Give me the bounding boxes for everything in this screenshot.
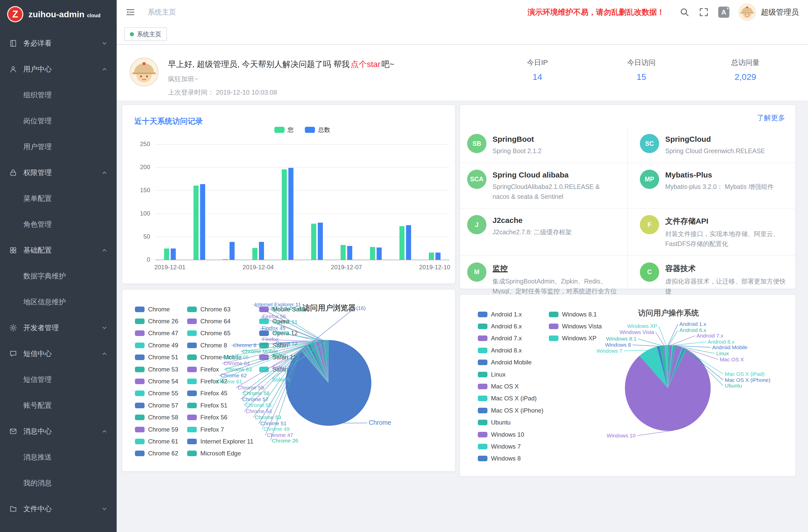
fullscreen-icon[interactable] [699, 7, 709, 17]
sidebar-subitem[interactable]: 数据字典维护 [0, 263, 117, 289]
bar-group [390, 144, 420, 260]
bar [341, 245, 346, 260]
pie-callout-label: Android 1.x [679, 321, 706, 327]
bar-group [332, 144, 361, 260]
tech-title: SpringBoot [493, 135, 541, 144]
chevron-down-icon [102, 40, 108, 47]
message-icon [9, 427, 17, 435]
tech-title: SpringCloud [665, 135, 765, 144]
pie-callout-label: Ubuntu [725, 383, 742, 388]
sidebar-subitem[interactable]: 我的消息 [0, 470, 117, 496]
username[interactable]: 超级管理员 [761, 7, 799, 18]
pie-callout-line [656, 332, 664, 345]
sidebar-item-developer[interactable]: 开发者管理 [0, 315, 117, 341]
stat-value: 2,029 [693, 72, 797, 82]
stat-label: 今日访问 [589, 58, 693, 68]
sidebar-item-label: 用户中心 [23, 65, 52, 74]
sidebar-collapse-icon[interactable] [125, 7, 135, 17]
sidebar-subitem[interactable]: 岗位管理 [0, 108, 117, 134]
sidebar-item-permission[interactable]: 权限管理 [0, 160, 117, 186]
sidebar-subitem[interactable]: 短信管理 [0, 367, 117, 392]
sidebar-item-label: 短信中心 [23, 349, 52, 359]
folder-icon [9, 505, 17, 513]
stat: 总访问量2,029 [693, 58, 797, 82]
chevron-down-icon [102, 66, 108, 72]
layers-icon [9, 246, 17, 254]
sidebar-item-must-read[interactable]: 务必详看 [0, 31, 117, 56]
chevron-down-icon [102, 351, 108, 357]
bar [282, 169, 287, 260]
pie-callout-label: Safari 9 [272, 377, 290, 382]
topbar: 系统主页 演示环境维护不易，请勿乱删乱改数据！ A+ 超级管理员 [117, 0, 808, 24]
last-login: 上次登录时间： 2019-12-10 10:03:08 [168, 88, 394, 97]
chevron-down-icon [102, 325, 108, 331]
logo[interactable]: Z zuihou-admincloud [0, 0, 117, 29]
user-avatar[interactable] [738, 3, 756, 21]
bar-legend: 您总数 [274, 126, 330, 134]
page-content: 早上好, 超级管理员, 今天帮别人解决问题了吗 帮我点个star吧~ 疯狂加班~… [117, 44, 808, 532]
sidebar-subitem[interactable]: 用户管理 [0, 134, 117, 160]
stat-label: 今日IP [485, 58, 589, 68]
pie-callout-label: (16) [356, 305, 366, 311]
greeting-subtitle: 疯狂加班~ [168, 75, 394, 84]
stat-value: 15 [589, 72, 693, 82]
os-pie-chart[interactable]: Android 1.xAndroid 6.xAndroid 7.xAndroid… [460, 295, 795, 476]
pie-callout-label: Windows 8 [605, 342, 631, 348]
pie-callout-label: Chrome 54 [246, 408, 272, 414]
tech-badge-icon: F [640, 215, 659, 234]
browser-pie-chart[interactable]: Internet Explorer 11Microsoft Edge(16)Fi… [122, 290, 455, 471]
sidebar-menu: 务必详看用户中心组织管理岗位管理用户管理权限管理菜单配置角色管理基础配置数据字典… [0, 29, 117, 522]
tab-active-dot [130, 32, 134, 36]
pie-callout-line [632, 345, 658, 346]
sidebar-subitem[interactable]: 菜单配置 [0, 186, 117, 212]
bar-group [243, 144, 273, 260]
user-icon [9, 65, 17, 73]
sidebar-item-user-center[interactable]: 用户中心 [0, 56, 117, 82]
bar [223, 259, 228, 260]
bar-group [273, 144, 302, 260]
bar-group [214, 144, 243, 260]
pie-callout-line [659, 326, 666, 345]
bar [406, 225, 411, 260]
sidebar-subitem[interactable]: 角色管理 [0, 212, 117, 237]
sidebar-item-file-center[interactable]: 文件中心 [0, 496, 117, 522]
tech-title: Spring Cloud alibaba [493, 171, 618, 179]
pie-callout-label: Chrome 8 [233, 342, 256, 348]
sidebar-subitem[interactable]: 组织管理 [0, 82, 117, 108]
legend-item[interactable]: 您 [274, 126, 294, 134]
sidebar-subitem[interactable]: 消息推送 [0, 444, 117, 470]
learn-more-link[interactable]: 了解更多 [757, 113, 785, 123]
tech-desc: J2cache2.7.8: 二级缓存框架 [493, 227, 572, 237]
pie-callout-line [637, 430, 674, 435]
sms-icon [9, 350, 17, 358]
stat: 今日IP14 [485, 58, 589, 82]
tech-title: 文件存储API [665, 216, 786, 226]
book-icon [9, 39, 17, 48]
pie-callout-label: Android 7.x [696, 333, 723, 338]
pie-callout-label: Windows 8.1 [606, 336, 637, 342]
sidebar-item-basic-config[interactable]: 基础配置 [0, 237, 117, 263]
pie-callout-label: Firefox 56 [262, 313, 286, 319]
sidebar-item-sms-center[interactable]: 短信中心 [0, 341, 117, 367]
sidebar-subitem[interactable]: 地区信息维护 [0, 289, 117, 315]
star-link[interactable]: 点个star [350, 60, 380, 69]
tab-home[interactable]: 系统主页 [124, 27, 167, 41]
sidebar-subitem[interactable]: 账号配置 [0, 392, 117, 418]
legend-item[interactable]: 总数 [305, 126, 330, 134]
bar-group [155, 144, 185, 260]
bar [429, 253, 434, 260]
bar [171, 249, 176, 260]
search-icon[interactable] [680, 7, 689, 17]
sidebar-item-label: 开发者管理 [23, 323, 59, 333]
bar [311, 224, 316, 260]
tech-desc: SpringCloudAlibaba2.1.0.RELEASE & nacos … [493, 182, 618, 202]
sidebar-item-message-center[interactable]: 消息中心 [0, 418, 117, 444]
sidebar-item-label: 消息中心 [23, 426, 52, 436]
pie-callout-label: Windows 10 [607, 433, 636, 438]
pie-callout-label: Windows XP [627, 323, 657, 329]
font-size-icon[interactable]: A+ [718, 6, 729, 18]
tech-title: Mybatis-Plus [665, 171, 774, 179]
pie-callout-label: Chrome 26 [272, 438, 298, 443]
pie-callout-label: Chrome 55 [245, 402, 271, 408]
chevron-down-icon [102, 247, 108, 253]
